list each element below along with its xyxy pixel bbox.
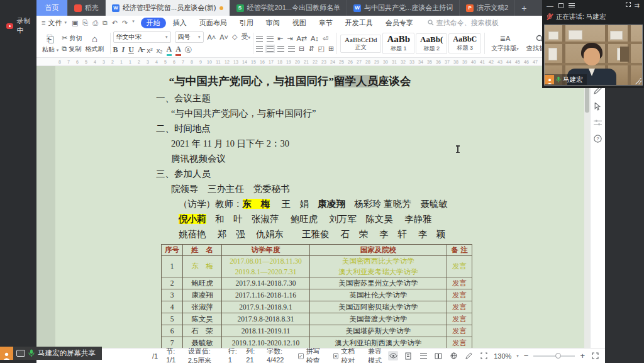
- indent-icon[interactable]: ⇥: [287, 35, 292, 43]
- typography-button[interactable]: ≣A 文字排版▾: [487, 31, 523, 56]
- wrap-icon[interactable]: ⏎: [323, 35, 328, 43]
- file-menu[interactable]: ≡ 文件 ▾: [42, 18, 67, 28]
- zoom-slider-knob[interactable]: [555, 353, 561, 359]
- style-card[interactable]: AaBbCcDd正文: [340, 35, 381, 53]
- export-icon[interactable]: ⎘: [82, 19, 88, 27]
- outdent-icon[interactable]: ⇤: [277, 35, 283, 43]
- char-border-icon[interactable]: Ⓐ: [185, 45, 192, 55]
- justify-icon[interactable]: [288, 46, 295, 52]
- distribute-icon[interactable]: ⊟: [299, 45, 304, 53]
- outline-view-icon[interactable]: [418, 351, 428, 360]
- shrink-font-icon[interactable]: A˅: [219, 33, 228, 41]
- clear-format-icon[interactable]: ◇: [232, 33, 237, 41]
- menu-item[interactable]: 会员专享: [380, 18, 419, 28]
- char-scale-icon[interactable]: A↕: [311, 35, 319, 42]
- grow-font-icon[interactable]: A˄: [208, 33, 216, 41]
- menu-item[interactable]: 开始: [141, 18, 166, 28]
- more-icon[interactable]: ▾: [132, 19, 135, 27]
- menu-item[interactable]: 插入: [167, 18, 192, 28]
- collapse-icon[interactable]: ⇉: [635, 2, 640, 9]
- participant-video[interactable]: 马建宏: [544, 25, 643, 86]
- spellcheck-toggle[interactable]: ✓ 拼写检查: [298, 347, 325, 363]
- line-spacing-icon[interactable]: ⇵: [308, 45, 314, 53]
- underline-icon[interactable]: U: [128, 45, 134, 55]
- style-card[interactable]: AaBb标题 1: [382, 33, 414, 54]
- zoom-slider[interactable]: [533, 355, 575, 357]
- zoom-in-button[interactable]: +: [580, 351, 585, 360]
- menu-item[interactable]: 章节: [313, 18, 338, 28]
- web-view-icon[interactable]: [448, 351, 458, 360]
- tab-writer[interactable]: W经济管理学院留...员座谈会(新): [106, 0, 230, 16]
- eye-protect-icon[interactable]: [388, 351, 398, 360]
- ppt-icon: P: [466, 4, 474, 12]
- save-icon[interactable]: ▣: [72, 19, 78, 27]
- page-view-icon[interactable]: [403, 351, 413, 360]
- menu-item[interactable]: 页面布局: [194, 18, 233, 28]
- tab-docer[interactable]: 稻壳: [68, 0, 106, 16]
- read-view-icon[interactable]: [433, 351, 443, 360]
- fit-page-icon[interactable]: [479, 351, 489, 360]
- annotate-icon[interactable]: [464, 351, 474, 360]
- border-icon[interactable]: ⊞: [328, 45, 334, 53]
- zoom-out-button[interactable]: −: [524, 351, 529, 360]
- tab-home[interactable]: 首页: [36, 0, 68, 16]
- bold-icon[interactable]: B: [113, 45, 118, 55]
- align-right-icon[interactable]: [277, 46, 284, 52]
- format-painter-button[interactable]: ⌂ 格式刷: [82, 31, 108, 56]
- phonetic-icon[interactable]: 受▾: [242, 32, 251, 42]
- style-card[interactable]: AaBb(标题 2: [416, 33, 447, 54]
- undo-icon[interactable]: ↶: [112, 19, 118, 27]
- minimize-icon[interactable]: —: [547, 2, 553, 9]
- shading-icon[interactable]: ◰: [318, 45, 324, 53]
- redo-icon[interactable]: ↷: [122, 19, 128, 27]
- fullscreen-icon[interactable]: [590, 351, 600, 360]
- mic-muted-icon: [547, 13, 553, 21]
- maximize-icon[interactable]: [558, 3, 564, 8]
- new-tab-button[interactable]: +: [515, 0, 533, 16]
- proofing-toggle[interactable]: ✕ 文档校对: [333, 347, 360, 363]
- menu-item[interactable]: 视图: [287, 18, 312, 28]
- cut-button[interactable]: ✂ 剪切: [62, 34, 82, 43]
- menu-item[interactable]: 引用: [234, 18, 259, 28]
- font-size-select[interactable]: 四号 ▾: [175, 31, 204, 43]
- vertical-scrollbar[interactable]: [584, 66, 590, 348]
- superscript-icon[interactable]: x²: [147, 47, 153, 54]
- menu-item[interactable]: 审阅: [260, 18, 286, 28]
- paste-button[interactable]: ⎗ 粘贴 ▾: [39, 31, 62, 56]
- style-card[interactable]: AaBbC标题 3: [448, 33, 481, 53]
- font-color-icon[interactable]: A: [175, 45, 181, 56]
- copy-button[interactable]: ⧉ 复制: [62, 45, 82, 53]
- align-left-icon[interactable]: [256, 46, 263, 52]
- adjust-icon[interactable]: [594, 119, 602, 126]
- pin-icon[interactable]: [626, 2, 631, 7]
- align-center-icon[interactable]: [267, 46, 274, 52]
- bullet-list-icon[interactable]: [256, 36, 263, 42]
- table-cell: 2019.12.10-2020.12.10: [222, 337, 310, 348]
- status-item: 设置值: 2.5厘米: [188, 347, 220, 363]
- tab-ppt[interactable]: P演示文稿2: [460, 0, 515, 16]
- tab-writer[interactable]: W与中国共产党...座谈会主持词: [347, 0, 460, 16]
- numbered-list-icon[interactable]: [267, 36, 274, 42]
- italic-icon[interactable]: I: [122, 45, 125, 55]
- writer-icon: W: [353, 4, 361, 12]
- highlight-icon[interactable]: A: [167, 45, 172, 56]
- font-name-select[interactable]: 华文中宋 ▾: [113, 31, 171, 43]
- document-page[interactable]: “与中国共产党同心，与祖国同行”留学人员座谈会 一、会议主题“与中国共产党同心，…: [55, 66, 587, 348]
- preview-icon[interactable]: ⧉: [103, 19, 108, 27]
- text-direction-icon[interactable]: A⇄: [296, 35, 307, 43]
- menu-item[interactable]: 开发工具: [340, 18, 379, 28]
- document-canvas[interactable]: “与中国共产党同心，与祖国同行”留学人员座谈会 一、会议主题“与中国共产党同心，…: [36, 66, 590, 348]
- active-speaker-bar: 正在讲话: 马建宏: [542, 11, 644, 23]
- subscript-icon[interactable]: x₂: [157, 47, 163, 54]
- strike-icon[interactable]: A̶: [138, 45, 143, 55]
- help-icon[interactable]: ?: [594, 135, 602, 143]
- table-cell: 6: [162, 325, 183, 337]
- tab-sheet[interactable]: S经管学院201...今出国教师名单: [230, 0, 348, 16]
- resize-handle[interactable]: [635, 78, 641, 84]
- cursor-icon[interactable]: [594, 103, 601, 111]
- zoom-value[interactable]: 130%: [494, 352, 511, 360]
- print-icon[interactable]: ⎙: [92, 19, 98, 27]
- table-cell: 张淑萍: [183, 301, 222, 313]
- screen-share-banner[interactable]: 马建宏的屏幕共享: [0, 347, 102, 360]
- menu-icon[interactable]: [569, 3, 575, 8]
